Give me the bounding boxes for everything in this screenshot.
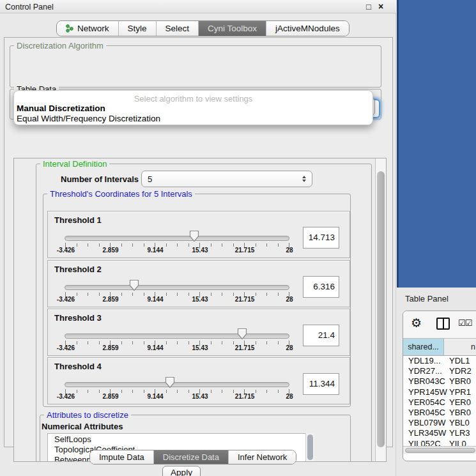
settings-vertical-scrollbar[interactable] [375,158,386,461]
tab-label: Style [128,24,147,33]
threshold-slider-track[interactable] [65,382,289,387]
table-cell: YPR145W [403,387,444,397]
slider-handle-glyph [237,328,248,340]
tick-label: 21.715 [229,296,261,303]
close-icon[interactable]: × [376,1,385,12]
select-columns-checkboxes-icon[interactable]: ☑☑ [458,318,472,328]
threshold-slider-track[interactable] [65,334,289,339]
tab-label: Select [165,24,190,33]
tab-discretize-data[interactable]: Discretize Data [153,450,228,464]
attributes-group-title: Attributes to discretize [44,410,131,420]
slider-handle-glyph [165,376,176,388]
tick-label: 15.43 [184,344,216,351]
threshold-panel: Threshold 3-3.4262.8599.14415.4321.71528… [47,309,350,356]
tick-label: 2.859 [95,393,127,400]
table-row[interactable]: YER054CYER0 [403,397,476,408]
scrollbar-thumb[interactable] [405,448,475,453]
table-column-header[interactable]: n [444,339,476,355]
slider-handle[interactable] [129,279,140,291]
split-columns-icon[interactable] [436,318,450,330]
tab-jactivemnodules[interactable]: jActiveMNodules [266,21,349,36]
thresholds-group-title: Threshold's Coordinates for 5 Intervals [47,189,195,199]
number-of-intervals-combobox[interactable]: 5 [141,171,312,187]
tab-label: Discretize Data [163,452,219,462]
tick-mark [222,293,222,296]
tick-label: 28 [273,296,305,303]
scrollbar-thumb[interactable] [377,171,385,447]
table-row[interactable]: YBR043CYBR0 [403,376,476,387]
table-row[interactable]: YDR27...YDR2 [403,366,476,376]
tick-mark [266,341,267,344]
table-row[interactable]: YIL052CYIL0 [403,439,476,447]
tab-network[interactable]: Network [57,21,118,36]
tab-infer-network[interactable]: Infer Network [228,450,296,464]
tick-mark [222,390,222,393]
tick-mark [266,293,267,296]
algorithm-dropdown-popup: Select algorithm to view settings Manual… [13,90,373,125]
table-row[interactable]: YLR345WYLR3 [403,428,476,438]
network-window-frame: GAL80GAL11GAL4GCY1HAP2GCH [397,0,476,288]
threshold-panel: Threshold 1-3.4262.8599.14415.4321.71528… [47,211,350,258]
algorithm-popup-item[interactable]: Equal Width/Frequency Discretization [17,114,160,123]
algorithm-popup-item[interactable]: Manual Discretization [17,104,105,113]
threshold-value-field[interactable]: 11.344 [303,373,339,395]
threshold-value-field[interactable]: 21.4 [303,325,339,346]
slider-handle[interactable] [237,328,248,340]
table-cell: YBR0 [444,408,476,418]
slider-handle[interactable] [165,376,176,388]
attribute-list-item[interactable]: SelfLoops [48,434,314,444]
tick-label: 15.43 [184,247,216,254]
network-icon [66,24,74,33]
threshold-slider-track[interactable] [65,236,289,241]
tab-select[interactable]: Select [156,21,199,36]
control-panel-tabs: NetworkStyleSelectCyni ToolboxjActiveMNo… [56,20,349,36]
tab-label: Cyni Toolbox [208,24,257,33]
tick-mark [177,243,178,247]
tick-label: 9.144 [139,296,171,303]
number-of-intervals-value: 5 [148,174,152,184]
algorithm-popup-hint: Select algorithm to view settings [14,94,372,104]
control-panel-window: Control Panel □ × NetworkStyleSelectCyni… [0,0,396,476]
threshold-label: Threshold 2 [54,265,102,274]
tick-label: 15.43 [184,393,216,400]
table-row[interactable]: YPR145WYPR1 [403,387,476,397]
numerical-attributes-label: Numerical Attributes [42,422,123,431]
tick-label: 9.144 [139,393,171,400]
table-horizontal-scrollbar[interactable] [403,446,476,454]
slider-handle-glyph [129,279,140,291]
table-panel-toolbar: ⚙ ☑☑ [403,311,476,338]
threshold-value-field[interactable]: 14.713 [303,227,339,249]
slider-handle[interactable] [189,230,200,242]
threshold-label: Threshold 1 [54,215,102,225]
number-of-intervals-label: Number of Intervals [61,174,139,184]
tick-label: -3.426 [50,393,82,400]
tab-cyni-toolbox[interactable]: Cyni Toolbox [198,21,266,36]
table-cell: YBR0 [444,376,476,387]
table-row[interactable]: YBR045CYBR0 [403,408,476,418]
threshold-slider-track[interactable] [65,285,289,290]
tab-style[interactable]: Style [118,21,156,36]
attributes-list-scrollbar[interactable] [305,433,314,462]
table-row[interactable]: YDL19...YDL1 [403,356,476,366]
table-cell: YDR27... [403,366,444,376]
cyni-toolbox-panel: Discretization Algorithm Table Data galF… [4,37,393,447]
control-panel-titlebar: Control Panel □ × [0,0,396,13]
tab-impute-data[interactable]: Impute Data [90,450,153,464]
apply-button[interactable]: Apply [162,466,201,476]
table-cell: YIL0 [444,439,476,447]
tick-label: -3.426 [50,247,82,254]
threshold-panel: Threshold 4-3.4262.8599.14415.4321.71528… [47,357,350,404]
table-column-header[interactable]: shared... [403,339,444,355]
combo-arrows-icon [302,176,306,182]
tick-mark [177,293,178,296]
float-window-icon[interactable]: □ [364,2,373,12]
discretization-algorithm-group-title: Discretization Algorithm [14,41,106,50]
table-row[interactable]: YBL079WYBL0 [403,418,476,428]
tab-label: Impute Data [99,452,144,462]
gear-icon[interactable]: ⚙ [411,316,422,330]
table-cell: YBR045C [403,408,444,418]
tick-label: 28 [273,247,305,254]
threshold-value-field[interactable]: 6.316 [303,276,339,298]
table-panel: ⚙ ☑☑ shared...n YDL19...YDL1YDR27...YDR2… [403,311,476,461]
table-rows: YDL19...YDL1YDR27...YDR2YBR043CYBR0YPR14… [403,356,476,446]
